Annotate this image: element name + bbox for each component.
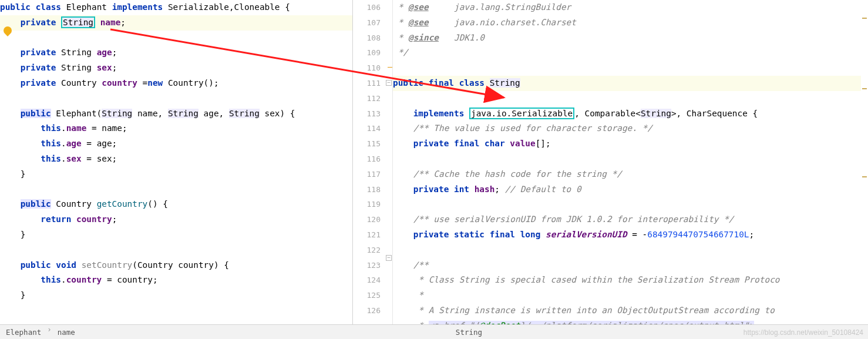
code-line[interactable]: } [0, 169, 25, 179]
fold-handle-icon[interactable]: – [386, 255, 392, 261]
code-line[interactable]: public class Elephant implements Seriali… [0, 2, 290, 12]
code-token: private [413, 184, 449, 194]
code-token [0, 275, 41, 284]
code-token: serialVersionUID [546, 230, 627, 239]
line-number: 124 [353, 273, 392, 288]
code-line[interactable]: implements java.io.Serializable, Compara… [393, 108, 758, 119]
code-token [393, 214, 413, 224]
code-token: hash [475, 184, 495, 194]
code-token: } [0, 230, 25, 239]
code-line[interactable]: /** use serialVersionUID from JDK 1.0.2 … [393, 214, 734, 224]
code-token: setCountry [82, 260, 133, 270]
code-line[interactable]: * Class String is special cased within t… [393, 275, 779, 284]
line-number: 109 [353, 45, 392, 61]
breadcrumb-item[interactable]: Elephant [0, 325, 47, 339]
line-number: 117 [353, 167, 392, 182]
code-token: this [41, 154, 61, 163]
editor-left-pane[interactable]: public class Elephant implements Seriali… [0, 0, 352, 324]
code-line[interactable]: private static final long serialVersionU… [393, 230, 754, 239]
code-line[interactable]: } [0, 290, 25, 300]
code-token: * Class String is special cased within t… [393, 275, 779, 284]
code-line[interactable]: * [393, 290, 423, 300]
code-token: String [56, 63, 96, 72]
editor-right-pane[interactable]: 1061071081091101111121131141151161171181… [353, 0, 868, 324]
code-token [393, 184, 413, 194]
code-token [479, 139, 485, 148]
code-token: ; [112, 63, 117, 72]
code-token [393, 260, 413, 270]
code-line[interactable]: private String name; [0, 15, 352, 31]
fold-handle-icon[interactable]: – [386, 80, 392, 86]
code-token: long [520, 230, 541, 239]
code-line[interactable]: /** [393, 260, 429, 270]
code-line[interactable] [0, 245, 5, 254]
code-line[interactable]: return country; [0, 214, 117, 224]
code-token: sex) { [260, 109, 295, 118]
code-line[interactable]: this.sex = sex; [0, 154, 117, 163]
code-line[interactable] [0, 93, 5, 103]
code-token: country [76, 214, 112, 224]
code-line[interactable]: * A String instance is written into an O… [393, 306, 775, 315]
code-line[interactable]: /** Cache the hash code for the string *… [393, 169, 622, 179]
code-line[interactable]: } [0, 230, 25, 239]
code-line[interactable]: /** The value is used for character stor… [393, 123, 652, 133]
code-token: @docRoot [479, 321, 520, 324]
code-token: public [21, 260, 51, 270]
code-token: private [413, 230, 449, 239]
code-line[interactable]: public Elephant(String name, String age,… [0, 109, 295, 118]
breadcrumb-item[interactable]: String [450, 325, 488, 339]
error-stripe[interactable] [861, 0, 868, 324]
code-token [449, 230, 454, 239]
code-line[interactable]: * @since JDK1.0 [393, 33, 485, 42]
code-token: String [63, 18, 93, 27]
code-token: @see [408, 2, 429, 12]
code-token: = - [627, 230, 648, 239]
code-line[interactable]: */ [393, 48, 408, 57]
code-line[interactable]: public void setCountry(Country country) … [0, 260, 229, 270]
code-line[interactable]: private int hash; // Default to 0 [393, 184, 581, 194]
code-token: String [490, 78, 520, 88]
code-line[interactable]: * <a href="{@docRoot}/../platform/serial… [393, 321, 754, 324]
code-token: /** The value is used for character stor… [413, 123, 652, 133]
code-token: final [490, 230, 515, 239]
code-token [464, 109, 469, 118]
left-code-area[interactable]: public class Elephant implements Seriali… [0, 0, 352, 318]
watermark-text: https://blog.csdn.net/weixin_50108424 [743, 328, 863, 337]
code-token [540, 230, 546, 239]
right-code-area[interactable]: * @see java.lang.StringBuilder * @see ja… [393, 0, 868, 324]
code-token: static [454, 230, 485, 239]
line-number: 126 [353, 303, 392, 318]
code-line[interactable]: * @see java.lang.StringBuilder [393, 2, 571, 12]
line-number: 121 [353, 227, 392, 243]
code-line[interactable]: public final class String [393, 76, 868, 91]
highlight-box: String [61, 16, 95, 28]
code-token: Elephant [61, 2, 112, 12]
code-line[interactable]: this.name = name; [0, 123, 127, 133]
code-line[interactable]: private final char value[]; [393, 139, 551, 148]
code-token: public [21, 199, 51, 209]
code-line[interactable]: private String sex; [0, 63, 117, 72]
code-token: * [393, 18, 408, 27]
code-token: String [102, 109, 132, 118]
code-line[interactable]: private String age; [0, 48, 117, 57]
code-line[interactable] [0, 306, 5, 315]
code-line[interactable]: public Country getCountry() { [0, 199, 168, 209]
code-token [423, 78, 429, 88]
code-token: implements [413, 109, 465, 118]
code-token [0, 184, 5, 194]
line-number: 112 [353, 91, 392, 106]
code-token: String [168, 109, 199, 118]
code-token: String [229, 109, 260, 118]
code-token [393, 123, 413, 133]
code-line[interactable]: * @see java.nio.charset.Charset [393, 18, 576, 27]
code-line[interactable]: private Country country =new Country(); [0, 78, 219, 88]
code-token [469, 184, 475, 194]
code-token [0, 93, 5, 103]
code-token [505, 139, 510, 148]
code-line[interactable] [0, 184, 5, 194]
line-number: 118 [353, 182, 392, 197]
code-line[interactable]: this.age = age; [0, 139, 117, 148]
code-token [0, 214, 41, 224]
code-line[interactable]: this.country = country; [0, 275, 158, 284]
breadcrumb-item[interactable]: name [52, 325, 81, 339]
